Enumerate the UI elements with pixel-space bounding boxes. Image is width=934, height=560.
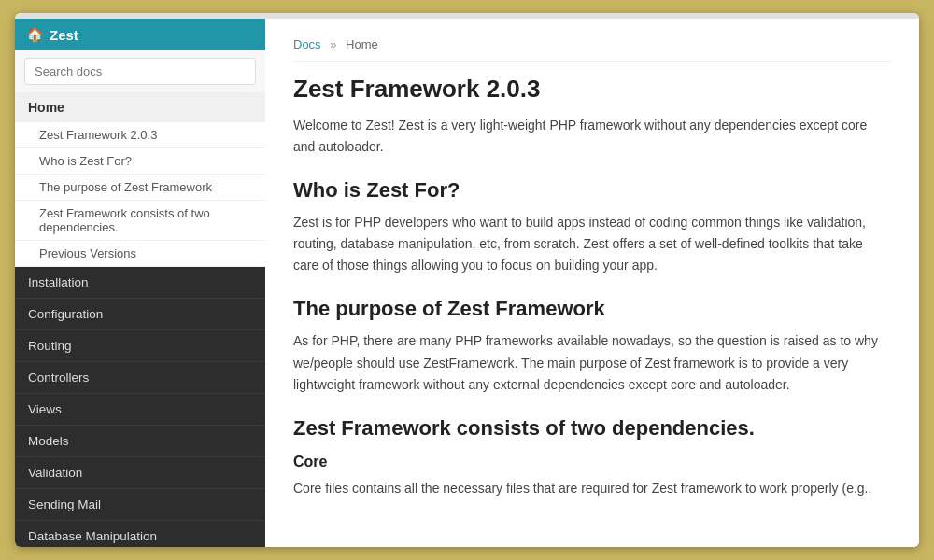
nav-sub-versions[interactable]: Previous Versions — [15, 241, 265, 267]
who-is-zest-heading: Who is Zest For? — [293, 178, 891, 203]
nav-views[interactable]: Views — [15, 394, 265, 426]
nav-configuration[interactable]: Configuration — [15, 299, 265, 330]
sidebar-title: Zest — [50, 27, 78, 43]
page-title: Zest Framework 2.0.3 — [293, 75, 891, 104]
purpose-heading: The purpose of Zest Framework — [293, 297, 891, 321]
main-window: 🏠 Zest Home Zest Framework 2.0.3 Who is … — [15, 13, 919, 547]
breadcrumb-docs-link[interactable]: Docs — [293, 37, 321, 51]
sidebar-header: 🏠 Zest — [15, 19, 265, 50]
who-is-zest-text: Zest is for PHP developers who want to b… — [293, 212, 891, 276]
nav-item-home[interactable]: Home — [15, 92, 265, 122]
nav-installation[interactable]: Installation — [15, 267, 265, 299]
nav-sub-zest-version[interactable]: Zest Framework 2.0.3 — [15, 122, 265, 148]
breadcrumb-current: Home — [346, 37, 378, 51]
search-input[interactable] — [24, 58, 256, 85]
dependencies-heading: Zest Framework consists of two dependenc… — [293, 416, 891, 441]
main-content: Docs » Home Zest Framework 2.0.3 Welcome… — [265, 19, 919, 547]
home-icon: 🏠 — [26, 26, 44, 43]
nav-controllers[interactable]: Controllers — [15, 362, 265, 394]
dark-nav-section: Installation Configuration Routing Contr… — [15, 267, 265, 547]
nav-models[interactable]: Models — [15, 426, 265, 457]
nav-sub-who-is-zest[interactable]: Who is Zest For? — [15, 148, 265, 175]
purpose-text: As for PHP, there are many PHP framework… — [293, 330, 891, 395]
content-area: 🏠 Zest Home Zest Framework 2.0.3 Who is … — [15, 19, 919, 547]
nav-sending-mail[interactable]: Sending Mail — [15, 489, 265, 521]
breadcrumb-separator: » — [330, 37, 336, 51]
core-text: Core files contains all the necessary fi… — [293, 478, 891, 499]
home-section: Home Zest Framework 2.0.3 Who is Zest Fo… — [15, 92, 265, 267]
nav-routing[interactable]: Routing — [15, 330, 265, 362]
sidebar-search-container — [15, 50, 265, 92]
nav-validation[interactable]: Validation — [15, 457, 265, 489]
nav-sub-dependencies[interactable]: Zest Framework consists of two dependenc… — [15, 201, 265, 241]
nav-sub-purpose[interactable]: The purpose of Zest Framework — [15, 175, 265, 201]
core-heading: Core — [293, 454, 891, 470]
intro-text: Welcome to Zest! Zest is a very light-we… — [293, 115, 891, 158]
sidebar-nav: Home Zest Framework 2.0.3 Who is Zest Fo… — [15, 92, 265, 547]
breadcrumb: Docs » Home — [293, 37, 891, 62]
sidebar: 🏠 Zest Home Zest Framework 2.0.3 Who is … — [15, 19, 265, 547]
nav-database[interactable]: Database Manipulation — [15, 521, 265, 547]
